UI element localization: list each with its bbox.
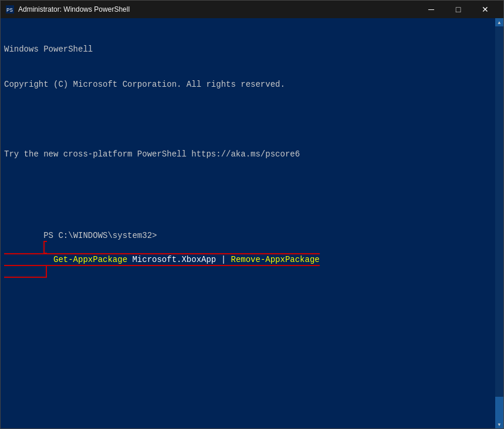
maximize-button[interactable]: □	[445, 1, 472, 18]
window-title: Administrator: Windows PowerShell	[18, 5, 418, 13]
scrollbar-thumb[interactable]	[495, 397, 503, 420]
cmd-arg: Microsoft.XboxApp	[127, 255, 221, 264]
prompt: PS C:\WINDOWS\system32>	[43, 231, 157, 240]
cmd-pipe: |	[221, 255, 226, 264]
command-highlight: Get-AppxPackage Microsoft.XboxApp | Remo…	[4, 241, 320, 278]
console-output: Windows PowerShell Copyright (C) Microso…	[4, 21, 500, 312]
output-line-1: Windows PowerShell	[4, 43, 500, 55]
scrollbar-track[interactable]	[495, 26, 503, 420]
output-line-4: Try the new cross-platform PowerShell ht…	[4, 148, 500, 160]
cmd-get: Get-AppxPackage	[53, 255, 127, 264]
svg-text:PS: PS	[6, 8, 13, 13]
title-bar: PS Administrator: Windows PowerShell ─ □…	[1, 1, 503, 18]
scroll-up-button[interactable]: ▲	[495, 18, 503, 26]
minimize-button[interactable]: ─	[418, 1, 445, 18]
window-controls: ─ □ ✕	[418, 1, 499, 18]
scrollbar[interactable]: ▲ ▼	[495, 18, 503, 428]
console-body[interactable]: Windows PowerShell Copyright (C) Microso…	[1, 18, 503, 428]
scroll-down-button[interactable]: ▼	[495, 420, 503, 428]
command-line: PS C:\WINDOWS\system32> Get-AppxPackage …	[4, 218, 500, 290]
close-button[interactable]: ✕	[472, 1, 499, 18]
cmd-remove: Remove-AppxPackage	[231, 255, 320, 264]
window-icon: PS	[5, 5, 15, 14]
powershell-window: PS Administrator: Windows PowerShell ─ □…	[0, 0, 504, 429]
output-line-3	[4, 113, 500, 125]
output-line-5	[4, 183, 500, 195]
output-line-2: Copyright (C) Microsoft Corporation. All…	[4, 79, 500, 90]
